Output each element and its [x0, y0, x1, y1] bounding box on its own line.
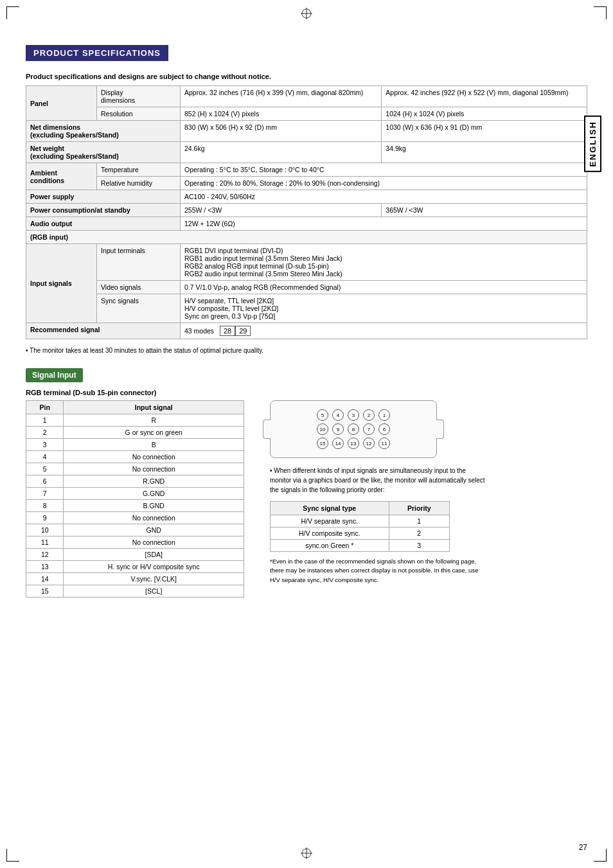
- pin-14: 14: [332, 438, 344, 449]
- table-row: Net weight(excluding Speakers/Stand) 24.…: [26, 142, 587, 163]
- connector-inner: 5 4 3 2 1 10 9 8 7 6: [317, 409, 390, 449]
- table-row: Relative humidity Operating : 20% to 80%…: [26, 177, 587, 190]
- panel-label: Panel: [26, 86, 97, 121]
- pin-table-wrapper: Pin Input signal 1R2G or sync on green3B…: [26, 400, 244, 598]
- rgb-input-label: (RGB input): [26, 231, 587, 244]
- pin-2: 2: [363, 409, 375, 421]
- resolution-label: Resolution: [97, 107, 181, 121]
- power-supply-value: AC100 - 240V, 50/60Hz: [181, 190, 587, 204]
- bullet-note: • When different kinds of input signals …: [270, 466, 488, 495]
- pin-signal: G.GND: [64, 488, 244, 500]
- pin-9: 9: [332, 423, 344, 435]
- table-row: Ambientconditions Temperature Operating …: [26, 163, 587, 177]
- pin-number: 14: [26, 573, 64, 585]
- table-row: Resolution 852 (H) x 1024 (V) pixels 102…: [26, 107, 587, 121]
- pin-8: 8: [348, 423, 359, 435]
- connector-area: 5 4 3 2 1 10 9 8 7 6: [263, 400, 587, 598]
- pin-number: 12: [26, 549, 64, 561]
- sync-type: H/V composite sync.: [271, 527, 389, 540]
- footnote: *Even in the case of the recommended sig…: [270, 557, 488, 585]
- pin-signal: R: [64, 414, 244, 427]
- audio-output-value: 12W + 12W (6Ω): [181, 217, 587, 231]
- priority-header: Priority: [389, 502, 449, 515]
- pin-col-header: Pin: [26, 401, 64, 414]
- display-dimensions-label: Displaydimensions: [97, 86, 181, 107]
- pin-signal: No connection: [64, 512, 244, 524]
- humidity-label: Relative humidity: [97, 177, 181, 190]
- corner-mark-bl: [6, 849, 19, 862]
- corner-mark-tr: [594, 6, 607, 19]
- video-signals-value: 0.7 V/1.0 Vp-p, analog RGB (Recommended …: [181, 281, 587, 294]
- pin-signal: H. sync or H/V composite sync: [64, 561, 244, 573]
- pin-signal: [SDA]: [64, 549, 244, 561]
- priority-table-row: sync.on Green *3: [271, 540, 450, 552]
- table-row: Sync signals H/V separate, TTL level [2K…: [26, 294, 587, 323]
- pin-number: 9: [26, 512, 64, 524]
- recommended-signal-value: 43 modes 28 29: [181, 323, 587, 339]
- pin-number: 2: [26, 427, 64, 439]
- pin-number: 4: [26, 451, 64, 463]
- pin-number: 3: [26, 439, 64, 451]
- pin-4: 4: [332, 409, 344, 421]
- humidity-value: Operating : 20% to 80%, Storage : 20% to…: [181, 177, 587, 190]
- note-text: • The monitor takes at least 30 minutes …: [26, 347, 587, 354]
- signal-layout: Pin Input signal 1R2G or sync on green3B…: [26, 400, 587, 598]
- power-consumption-col1: 255W / <3W: [181, 204, 382, 217]
- pin-row-1: 5 4 3 2 1: [317, 409, 390, 421]
- signal-input-title: Signal Input: [26, 368, 83, 382]
- modes-box: 28 29: [220, 326, 251, 336]
- temperature-label: Temperature: [97, 163, 181, 177]
- table-row: Recommended signal 43 modes 28 29: [26, 323, 587, 339]
- pin-11: 11: [378, 438, 390, 449]
- product-specs-title: PRODUCT SPECIFICATIONS: [26, 45, 168, 61]
- sync-type: H/V separate sync.: [271, 515, 389, 527]
- pin-signal: G or sync on green: [64, 427, 244, 439]
- table-row: Panel Displaydimensions Approx. 32 inche…: [26, 86, 587, 107]
- display-dim-col2: Approx. 42 inches (922 (H) x 522 (V) mm,…: [382, 86, 587, 107]
- sync-signals-value: H/V separate, TTL level [2KΩ] H/V compos…: [181, 294, 587, 323]
- video-signals-label: Video signals: [97, 281, 181, 294]
- power-consumption-label: Power consumption/at standby: [26, 204, 181, 217]
- mode-28: 28: [220, 326, 235, 336]
- connector-notch-right: [436, 420, 444, 439]
- pin-table-row: 5No connection: [26, 463, 244, 475]
- pin-signal: No connection: [64, 463, 244, 475]
- priority-value: 3: [389, 540, 449, 552]
- pin-signal: GND: [64, 524, 244, 536]
- audio-output-label: Audio output: [26, 217, 181, 231]
- pin-table-row: 3B: [26, 439, 244, 451]
- table-row: Net dimensions(excluding Speakers/Stand)…: [26, 121, 587, 142]
- net-dim-col1: 830 (W) x 506 (H) x 92 (D) mm: [181, 121, 382, 142]
- pin-10: 10: [317, 423, 328, 435]
- corner-mark-tl: [6, 6, 19, 19]
- priority-table: Sync signal type Priority H/V separate s…: [270, 501, 450, 552]
- table-row: Audio output 12W + 12W (6Ω): [26, 217, 587, 231]
- table-row: Input signals Input terminals RGB1 DVI i…: [26, 244, 587, 281]
- power-supply-label: Power supply: [26, 190, 181, 204]
- priority-table-row: H/V separate sync.1: [271, 515, 450, 527]
- pin-signal: B: [64, 439, 244, 451]
- specs-subtitle: Product specifications and designs are s…: [26, 73, 587, 80]
- pin-5: 5: [317, 409, 328, 421]
- pin-table-row: 12[SDA]: [26, 549, 244, 561]
- reg-mark-top: [301, 8, 312, 21]
- corner-mark-br: [594, 849, 607, 862]
- pin-table-row: 10GND: [26, 524, 244, 536]
- table-row: (RGB input): [26, 231, 587, 244]
- pin-number: 5: [26, 463, 64, 475]
- input-terminals-label: Input terminals: [97, 244, 181, 281]
- pin-table-row: 8B.GND: [26, 500, 244, 512]
- pin-number: 13: [26, 561, 64, 573]
- table-row: Power supply AC100 - 240V, 50/60Hz: [26, 190, 587, 204]
- sync-type-header: Sync signal type: [271, 502, 389, 515]
- pin-row-2: 10 9 8 7 6: [317, 423, 390, 435]
- pin-table-row: 2G or sync on green: [26, 427, 244, 439]
- sync-signals-label: Sync signals: [97, 294, 181, 323]
- pin-table-row: 9No connection: [26, 512, 244, 524]
- pin-table-row: 6R.GND: [26, 475, 244, 488]
- sync-type: sync.on Green *: [271, 540, 389, 552]
- net-weight-col1: 24.6kg: [181, 142, 382, 163]
- pin-signal: V.sync. [V.CLK]: [64, 573, 244, 585]
- pin-signal: R.GND: [64, 475, 244, 488]
- pin-7: 7: [363, 423, 375, 435]
